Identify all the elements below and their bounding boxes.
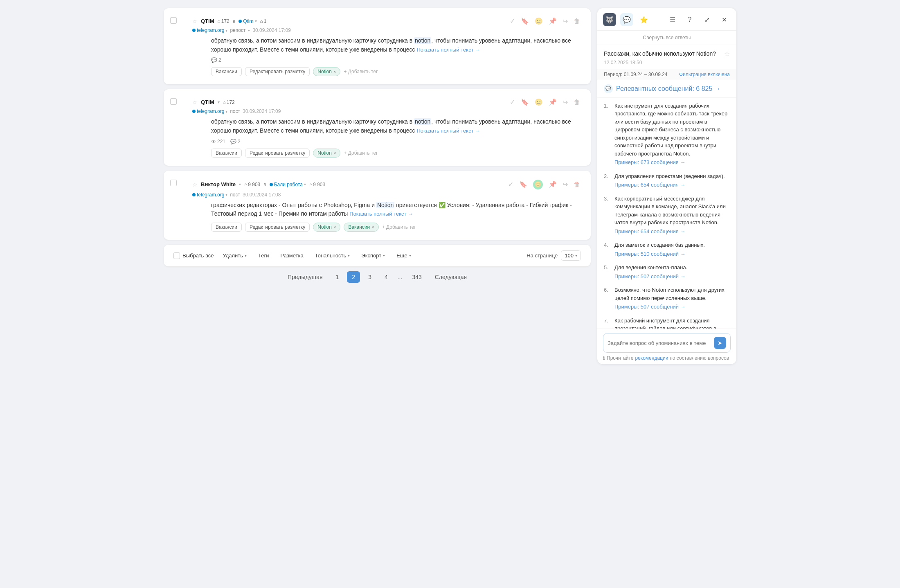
answer-link-5[interactable]: Примеры: 507 сообщений → xyxy=(614,273,687,281)
menu-icon[interactable]: ☰ xyxy=(666,13,679,26)
bookmark-btn-1[interactable]: 🔖 xyxy=(520,16,530,26)
notion-tag-x-3[interactable]: × xyxy=(333,225,336,230)
page-btn-1[interactable]: 1 xyxy=(331,271,344,283)
delete-arrow: ▾ xyxy=(245,253,247,258)
tag-edit-markup-1[interactable]: Редактировать разметку xyxy=(245,67,310,76)
karma-icon-2: ⌂ xyxy=(223,99,226,105)
pin-btn-3[interactable]: 📌 xyxy=(548,180,558,189)
select-all-checkbox[interactable] xyxy=(173,252,180,259)
page-btn-2[interactable]: 2 xyxy=(347,271,360,283)
source-1[interactable]: telegram.org ▾ xyxy=(192,27,227,33)
delete-dropdown[interactable]: Удалить ▾ xyxy=(220,251,249,260)
vacancies-tag-3[interactable]: Вакансии × xyxy=(344,223,378,232)
card2-checkbox[interactable] xyxy=(170,98,177,105)
markup-btn[interactable]: Разметка xyxy=(278,251,306,260)
chat-send-btn[interactable]: ➤ xyxy=(714,337,726,349)
card2-actions: ✓ 🔖 😐 📌 ↪ 🗑 xyxy=(509,97,581,107)
delete-btn-2[interactable]: 🗑 xyxy=(573,98,581,107)
relevant-link[interactable]: Релевантных сообщений: 6 825 → xyxy=(616,85,721,92)
star-icon-1[interactable]: ☆ xyxy=(192,18,198,25)
bookmark-btn-3[interactable]: 🔖 xyxy=(518,180,528,189)
notion-tag-2[interactable]: Notion × xyxy=(313,149,340,158)
collapse-all-btn[interactable]: Свернуть все ответы xyxy=(597,31,736,45)
help-icon[interactable]: ? xyxy=(683,13,696,26)
answer-link-4[interactable]: Примеры: 510 сообщений → xyxy=(614,250,705,258)
next-page-btn[interactable]: Следующая xyxy=(430,271,472,283)
page-btn-4[interactable]: 4 xyxy=(380,271,393,283)
notion-tag-x-1[interactable]: × xyxy=(333,69,336,74)
share-btn-3[interactable]: ↪ xyxy=(562,180,569,189)
emoji-btn-2[interactable]: 😐 xyxy=(534,97,544,107)
source-3[interactable]: telegram.org ▾ xyxy=(192,192,227,198)
question-star-icon[interactable]: ☆ xyxy=(724,50,730,58)
star-icon-2[interactable]: ☆ xyxy=(192,99,198,106)
bookmark-btn-2[interactable]: 🔖 xyxy=(520,97,530,107)
add-tag-2[interactable]: + Добавить тег xyxy=(344,150,378,156)
answer-link-3[interactable]: Примеры: 654 сообщения → xyxy=(614,228,730,236)
show-full-3[interactable]: Показать полный текст → xyxy=(349,211,413,217)
per-page-select[interactable]: 100 ▾ xyxy=(561,250,581,261)
tag-edit-markup-3[interactable]: Редактировать разметку xyxy=(245,223,310,232)
expand-icon[interactable]: ⤢ xyxy=(700,13,713,26)
delete-btn-3[interactable]: 🗑 xyxy=(573,180,581,189)
page-btn-3[interactable]: 3 xyxy=(363,271,376,283)
post-type-1: репост xyxy=(230,27,245,33)
emoji-btn-3[interactable]: 😊 xyxy=(532,179,544,190)
check-btn-3[interactable]: ✓ xyxy=(507,180,514,189)
channel-chevron-1: ▾ xyxy=(255,19,257,23)
tag-vacancies-2[interactable]: Вакансии xyxy=(211,149,242,158)
channel-1[interactable]: Qtim ▾ xyxy=(239,18,256,24)
rec-link[interactable]: рекомендации xyxy=(635,355,668,361)
filter-text: Фильтрация включена xyxy=(679,72,730,77)
add-tag-1[interactable]: + Добавить тег xyxy=(344,69,378,74)
export-dropdown[interactable]: Экспорт ▾ xyxy=(359,251,387,260)
page-btn-343[interactable]: 343 xyxy=(407,271,426,283)
vacancies-tag-x-3[interactable]: × xyxy=(371,225,374,230)
pin-btn-1[interactable]: 📌 xyxy=(548,16,558,26)
notion-tag-1[interactable]: Notion × xyxy=(313,67,340,76)
channel-3[interactable]: Бали работа ▾ xyxy=(270,182,306,187)
tags-btn[interactable]: Теги xyxy=(256,251,271,260)
wolf-icon[interactable]: 🐺 xyxy=(603,13,616,26)
answer-item-5: 5. Для ведения контента-плана. Примеры: … xyxy=(604,264,730,280)
post-type-2: пост xyxy=(230,108,240,114)
emoji-btn-1[interactable]: 😐 xyxy=(534,16,544,26)
share-btn-2[interactable]: ↪ xyxy=(562,97,569,107)
star-rh-icon[interactable]: ⭐ xyxy=(637,13,650,26)
card1-checkbox[interactable] xyxy=(170,17,177,24)
close-icon[interactable]: ✕ xyxy=(718,13,731,26)
pin-btn-2[interactable]: 📌 xyxy=(548,97,558,107)
card-body-1: обратную связь, а потом заносим в индиви… xyxy=(211,36,581,54)
tonality-dropdown[interactable]: Тональность ▾ xyxy=(313,251,353,260)
karma-icon-1: ⌂ xyxy=(218,18,220,24)
show-full-1[interactable]: Показать полный текст → xyxy=(416,47,480,53)
answer-num-3: 3. xyxy=(604,195,610,236)
check-btn-2[interactable]: ✓ xyxy=(509,97,516,107)
tag-vacancies-3[interactable]: Вакансии xyxy=(211,223,242,232)
share-btn-1[interactable]: ↪ xyxy=(562,16,569,26)
answer-link-6[interactable]: Примеры: 507 сообщений → xyxy=(614,303,730,311)
chat-input[interactable] xyxy=(608,340,711,346)
author-1: QTIM xyxy=(201,18,214,24)
chat-icon[interactable]: 💬 xyxy=(620,13,633,26)
more-dropdown[interactable]: Еще ▾ xyxy=(394,251,413,260)
delete-btn-1[interactable]: 🗑 xyxy=(573,17,581,26)
right-panel-footer: ➤ ℹ Прочитайте рекомендации по составлен… xyxy=(597,329,736,364)
check-btn-1[interactable]: ✓ xyxy=(509,16,516,26)
show-full-2[interactable]: Показать полный текст → xyxy=(416,128,480,134)
star-icon-3[interactable]: ☆ xyxy=(192,181,198,188)
tag-vacancies-1[interactable]: Вакансии xyxy=(211,67,242,76)
card3-checkbox[interactable] xyxy=(170,180,177,186)
source-2[interactable]: telegram.org ▾ xyxy=(192,108,227,114)
export-arrow: ▾ xyxy=(383,253,385,258)
tag-edit-markup-2[interactable]: Редактировать разметку xyxy=(245,149,310,158)
notion-tag-3[interactable]: Notion × xyxy=(313,223,340,232)
prev-page-btn[interactable]: Предыдущая xyxy=(283,271,328,283)
notion-tag-x-2[interactable]: × xyxy=(333,151,336,155)
answer-link-2[interactable]: Примеры: 654 сообщения → xyxy=(614,181,725,189)
answer-link-1[interactable]: Примеры: 673 сообщения → xyxy=(614,158,730,167)
answer-num-7: 7. xyxy=(604,317,610,329)
add-tag-3[interactable]: + Добавить тег xyxy=(382,224,416,230)
question-section: Расскажи, как обычно используют Notion? … xyxy=(597,45,736,69)
per-page-section: На странице 100 ▾ xyxy=(526,250,581,261)
